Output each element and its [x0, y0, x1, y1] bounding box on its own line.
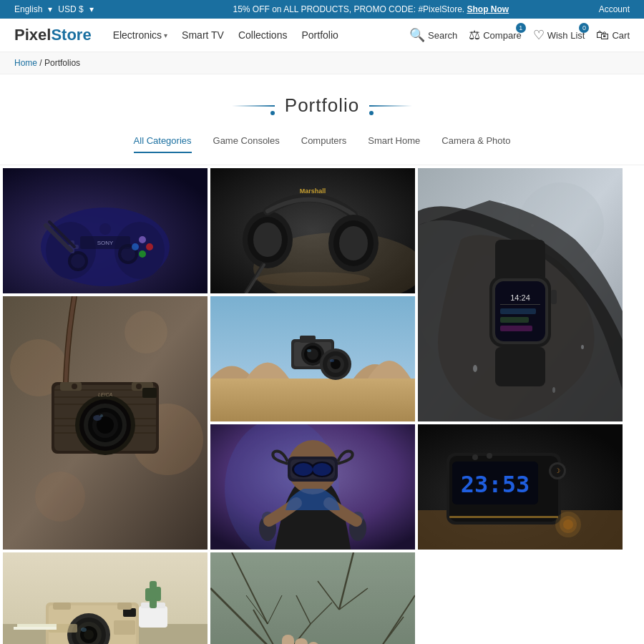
- svg-line-18: [49, 222, 74, 247]
- wishlist-action[interactable]: ♡ Wish List 0: [533, 27, 585, 43]
- svg-point-1: [41, 208, 170, 286]
- svg-rect-59: [54, 404, 156, 405]
- portfolio-grid: SONY: [0, 165, 644, 644]
- tab-game-consoles[interactable]: Game Consoles: [213, 135, 280, 153]
- nav-item-smarttv[interactable]: Smart TV: [182, 29, 224, 41]
- svg-rect-137: [53, 602, 71, 610]
- svg-point-103: [349, 515, 366, 541]
- svg-point-3: [114, 222, 165, 279]
- svg-rect-95: [288, 457, 338, 482]
- svg-rect-42: [500, 308, 536, 314]
- svg-point-70: [100, 414, 103, 417]
- svg-rect-39: [495, 281, 545, 341]
- account-link[interactable]: Account: [599, 4, 630, 14]
- svg-rect-57: [54, 389, 156, 391]
- svg-point-100: [313, 463, 331, 476]
- svg-point-98: [311, 462, 333, 477]
- svg-rect-77: [210, 296, 415, 421]
- portfolio-item-9[interactable]: [210, 552, 415, 644]
- tab-camera-photo[interactable]: Camera & Photo: [441, 135, 510, 153]
- portfolio-item-6[interactable]: [210, 424, 415, 550]
- svg-point-112: [549, 462, 566, 479]
- svg-point-130: [67, 613, 110, 644]
- svg-rect-129: [49, 605, 136, 644]
- svg-line-151: [339, 588, 368, 610]
- search-action[interactable]: 🔍 Search: [409, 27, 457, 43]
- portfolio-item-8[interactable]: [3, 552, 208, 644]
- tab-smart-home[interactable]: Smart Home: [368, 135, 420, 153]
- compare-badge: 1: [516, 23, 526, 33]
- svg-text:☽: ☽: [555, 467, 560, 474]
- nav-item-electronics[interactable]: Electronics ▾: [113, 29, 167, 41]
- svg-line-148: [311, 602, 332, 624]
- svg-rect-143: [210, 552, 415, 644]
- currency-selector[interactable]: USD $: [58, 4, 83, 14]
- svg-rect-55: [52, 382, 159, 454]
- tab-all-categories[interactable]: All Categories: [134, 135, 192, 153]
- svg-text:Marshall: Marshall: [300, 187, 326, 195]
- svg-point-49: [581, 345, 584, 349]
- svg-rect-109: [452, 462, 538, 504]
- page-title-section: Portfolio: [0, 74, 644, 128]
- svg-point-132: [76, 622, 102, 644]
- svg-rect-108: [449, 456, 558, 522]
- svg-point-66: [88, 408, 122, 442]
- svg-point-32: [502, 202, 506, 206]
- svg-point-5: [71, 254, 85, 268]
- svg-point-26: [339, 226, 368, 260]
- shop-now-link[interactable]: Shop Now: [467, 4, 509, 14]
- header-actions: 🔍 Search ⚖ Compare 1 ♡ Wish List 0 🛍 Car…: [409, 27, 630, 43]
- promo-right: Account: [599, 4, 630, 14]
- portfolio-item-3[interactable]: 14:24: [418, 168, 623, 421]
- svg-line-154: [232, 552, 268, 624]
- svg-point-82: [304, 346, 321, 363]
- svg-rect-117: [449, 516, 558, 518]
- svg-rect-41: [500, 304, 540, 305]
- svg-point-135: [81, 628, 87, 632]
- svg-point-101: [259, 515, 276, 541]
- tab-computers[interactable]: Computers: [301, 135, 347, 153]
- svg-point-16: [99, 223, 111, 235]
- svg-rect-0: [3, 168, 208, 293]
- nav-item-collections[interactable]: Collections: [238, 29, 287, 41]
- svg-rect-71: [60, 382, 82, 391]
- svg-point-52: [132, 404, 203, 475]
- svg-point-104: [352, 512, 364, 523]
- portfolio-item-2[interactable]: Marshall: [210, 168, 415, 293]
- svg-rect-58: [54, 396, 156, 398]
- svg-line-146: [282, 624, 311, 644]
- nav-item-portfolio[interactable]: Portfolio: [301, 29, 338, 41]
- portfolio-item-7[interactable]: 23:53 ☽: [418, 424, 623, 550]
- svg-rect-85: [300, 336, 316, 343]
- cart-action[interactable]: 🛍 Cart: [596, 28, 630, 43]
- svg-rect-105: [418, 424, 623, 550]
- svg-rect-124: [141, 602, 165, 608]
- svg-rect-38: [492, 278, 548, 344]
- language-selector[interactable]: English: [14, 4, 42, 14]
- svg-rect-19: [210, 168, 415, 293]
- svg-point-113: [551, 464, 564, 477]
- svg-point-89: [331, 359, 341, 369]
- svg-point-74: [136, 384, 142, 389]
- svg-point-21: [243, 211, 293, 268]
- compare-action[interactable]: ⚖ Compare 1: [469, 27, 521, 43]
- portfolio-item-5[interactable]: [210, 296, 415, 421]
- breadcrumb-home[interactable]: Home: [14, 58, 37, 68]
- search-icon: 🔍: [409, 27, 425, 43]
- svg-point-34: [531, 224, 534, 227]
- svg-point-86: [320, 348, 351, 380]
- svg-point-81: [301, 343, 324, 366]
- svg-rect-96: [291, 459, 335, 479]
- svg-rect-80: [294, 342, 331, 366]
- svg-point-53: [35, 472, 85, 522]
- svg-rect-37: [489, 275, 551, 347]
- svg-rect-141: [17, 624, 57, 627]
- header: PixelStore Electronics ▾ Smart TV Collec…: [0, 19, 644, 52]
- svg-point-134: [84, 630, 94, 640]
- portfolio-item-1[interactable]: SONY: [3, 168, 208, 293]
- svg-rect-93: [302, 464, 323, 485]
- svg-point-10: [139, 236, 146, 243]
- svg-line-153: [382, 617, 404, 644]
- logo[interactable]: PixelStore: [14, 26, 92, 44]
- portfolio-item-4[interactable]: LEICA: [3, 296, 208, 550]
